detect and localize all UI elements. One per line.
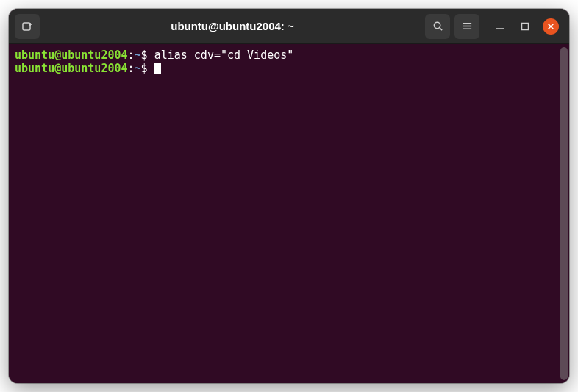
terminal-window: ubuntu@ubuntu2004: ~ [9,9,569,383]
terminal-line: ubuntu@ubuntu2004:~$ alias cdv="cd Video… [15,49,563,62]
prompt-path: ~ [135,49,141,62]
terminal-line: ubuntu@ubuntu2004:~$ [15,62,563,75]
prompt-colon: : [128,62,135,75]
svg-point-3 [434,22,440,28]
terminal-body[interactable]: ubuntu@ubuntu2004:~$ alias cdv="cd Video… [9,44,569,383]
titlebar-left [15,14,40,39]
window-controls [493,18,559,35]
minimize-icon [496,22,504,31]
window-title: ubuntu@ubuntu2004: ~ [44,20,421,32]
scrollbar[interactable] [560,47,568,380]
cursor [154,63,161,74]
prompt-dollar: $ [141,62,154,75]
prompt-user-host: ubuntu@ubuntu2004 [15,49,128,62]
command-text: alias cdv="cd Videos" [154,49,294,62]
new-tab-icon [21,21,33,32]
svg-line-4 [439,28,441,30]
titlebar-right [425,14,563,39]
titlebar: ubuntu@ubuntu2004: ~ [9,9,569,44]
search-button[interactable] [425,14,450,39]
close-icon [547,23,554,30]
close-button[interactable] [543,18,559,35]
new-tab-button[interactable] [15,14,40,39]
prompt-colon: : [128,49,135,62]
maximize-button[interactable] [518,19,532,34]
menu-button[interactable] [454,14,479,39]
hamburger-icon [462,21,473,32]
maximize-icon [521,22,529,31]
svg-rect-9 [522,23,529,29]
prompt-path: ~ [135,62,141,75]
minimize-button[interactable] [493,19,507,34]
search-icon [432,21,443,32]
prompt-user-host: ubuntu@ubuntu2004 [15,62,128,75]
prompt-dollar: $ [141,49,154,62]
